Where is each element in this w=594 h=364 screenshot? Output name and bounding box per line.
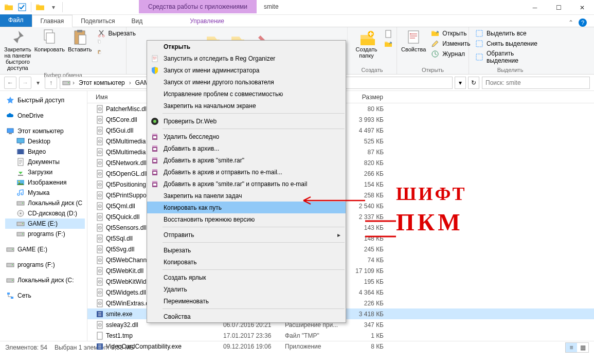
folder-icon — [34, 2, 46, 13]
window-title: smite — [257, 0, 286, 13]
quick-access-toolbar: ▾ — [0, 0, 67, 14]
context-menu-item[interactable]: Копировать как путь — [147, 202, 346, 213]
tab-manage[interactable]: Управление — [182, 15, 232, 27]
refresh-button[interactable]: ↻ — [468, 77, 479, 89]
select-all-button[interactable]: Выделить все — [473, 29, 547, 38]
maximize-button[interactable]: ☐ — [547, 0, 570, 15]
new-item-icon[interactable] — [384, 30, 392, 38]
context-menu-item[interactable]: Закрепить на панели задач — [147, 190, 346, 202]
tree-item[interactable]: GAME (E:) — [5, 219, 85, 229]
search-input[interactable] — [482, 77, 590, 89]
properties-button[interactable]: Свойства — [401, 29, 426, 52]
pin-quickaccess-button[interactable]: Закрепить на панели быстрого доступа — [4, 29, 31, 71]
tree-item[interactable]: OneDrive — [5, 111, 85, 121]
history-dropdown[interactable]: ▾ — [34, 77, 42, 89]
item-count: Элементов: 54 — [5, 344, 47, 351]
open-button[interactable]: Открыть — [429, 29, 472, 38]
context-menu-item[interactable]: Запустить и отследить в Reg Organizer — [147, 52, 346, 64]
tab-file[interactable]: Файл — [0, 14, 32, 27]
tree-item[interactable]: Быстрый доступ — [5, 95, 85, 105]
col-size: Размер — [347, 94, 388, 101]
context-menu-item[interactable]: Закрепить на начальном экране — [147, 100, 346, 112]
ribbon-tabs: Файл Главная Поделиться Вид Управление ⌃… — [0, 15, 594, 27]
history-button[interactable]: Журнал — [429, 49, 472, 59]
context-menu: ОткрытьЗапустить и отследить в Reg Organ… — [147, 40, 346, 323]
contextual-tab-header: Средства работы с приложениями — [139, 0, 257, 13]
file-row[interactable]: Test1.tmp17.01.2017 23:36Файл "TMP"1 КБ — [87, 330, 594, 341]
folder-icon — [3, 2, 14, 13]
context-menu-item[interactable]: Удалить — [147, 283, 346, 295]
context-menu-item[interactable]: Переименовать — [147, 295, 346, 307]
close-button[interactable]: ✕ — [570, 0, 594, 15]
tab-share[interactable]: Поделиться — [73, 15, 123, 27]
nav-tree: Быстрый доступOneDriveЭтот компьютерDesk… — [0, 91, 87, 341]
context-menu-item[interactable]: Восстановить прежнюю версию — [147, 213, 346, 225]
context-menu-item[interactable]: Проверить Dr.Web — [147, 115, 346, 127]
context-menu-item[interactable]: Свойства — [147, 311, 346, 322]
context-menu-item[interactable]: Добавить в архив "smite.rar" и отправить… — [147, 178, 346, 190]
paste-button[interactable]: Вставить — [68, 29, 92, 52]
group-label: Открыть — [401, 66, 464, 73]
context-menu-item[interactable]: Копировать — [147, 256, 346, 268]
context-menu-item[interactable]: Удалить бесследно — [147, 131, 346, 142]
titlebar: ▾ Средства работы с приложениями smite ─… — [0, 0, 594, 15]
tree-item[interactable]: programs (F:) — [5, 229, 85, 239]
context-menu-item[interactable]: Исправление проблем с совместимостью — [147, 88, 346, 100]
context-menu-item[interactable]: Запуск от имени администратора — [147, 64, 346, 76]
context-menu-item[interactable]: Добавить в архив "smite.rar" — [147, 154, 346, 166]
easy-access-icon[interactable] — [384, 40, 392, 48]
tree-item[interactable]: Этот компьютер — [5, 126, 85, 136]
tree-item[interactable]: Загрузки — [5, 167, 85, 177]
help-icon[interactable]: ? — [579, 19, 587, 27]
invert-select-button[interactable]: Обратить выделение — [473, 49, 547, 65]
context-menu-item[interactable]: Вырезать — [147, 244, 346, 256]
group-label: Создать — [352, 66, 392, 73]
dropdown-button[interactable]: ▾ — [455, 77, 466, 89]
tree-item[interactable]: GAME (E:) — [5, 244, 85, 254]
up-button[interactable]: ↑ — [45, 77, 57, 89]
tree-item[interactable]: Сеть — [5, 290, 85, 301]
context-menu-item[interactable]: Создать ярлык — [147, 271, 346, 283]
edit-button[interactable]: Изменить — [429, 39, 472, 48]
select-none-button[interactable]: Снять выделение — [473, 39, 547, 48]
tree-item[interactable]: Локальный диск (C — [5, 198, 85, 208]
group-label: Выделить — [473, 66, 547, 73]
tree-item[interactable]: Локальный диск (C: — [5, 275, 85, 285]
tree-item[interactable]: Видео — [5, 147, 85, 157]
new-folder-button[interactable]: Создать папку — [352, 29, 381, 59]
forward-button[interactable]: → — [19, 77, 31, 89]
context-menu-item[interactable]: Добавить в архив и отправить по e-mail..… — [147, 166, 346, 178]
tab-home[interactable]: Главная — [32, 15, 73, 27]
tree-item[interactable]: Документы — [5, 157, 85, 167]
qat-properties[interactable] — [16, 2, 28, 13]
file-row[interactable]: VideoCardCompatibility.exe09.12.2016 19:… — [87, 341, 594, 352]
tree-item[interactable]: CD-дисковод (D:) — [5, 208, 85, 219]
collapse-ribbon-icon[interactable]: ⌃ — [568, 19, 573, 26]
context-menu-item[interactable]: Добавить в архив... — [147, 142, 346, 154]
tree-item[interactable]: programs (F:) — [5, 260, 85, 270]
context-menu-item[interactable]: Открыть — [147, 41, 346, 52]
tree-item[interactable]: Изображения — [5, 177, 85, 188]
tree-item[interactable]: Музыка — [5, 188, 85, 198]
copy-button[interactable]: Копировать — [34, 29, 65, 52]
minimize-button[interactable]: ─ — [523, 0, 547, 15]
tab-view[interactable]: Вид — [123, 15, 151, 27]
context-menu-item[interactable]: Запуск от имени другого пользователя — [147, 76, 346, 88]
qat-dropdown[interactable]: ▾ — [48, 2, 59, 13]
context-menu-item[interactable]: Отправить▸ — [147, 229, 346, 241]
back-button[interactable]: ← — [4, 77, 16, 89]
tree-item[interactable]: Desktop — [5, 136, 85, 147]
